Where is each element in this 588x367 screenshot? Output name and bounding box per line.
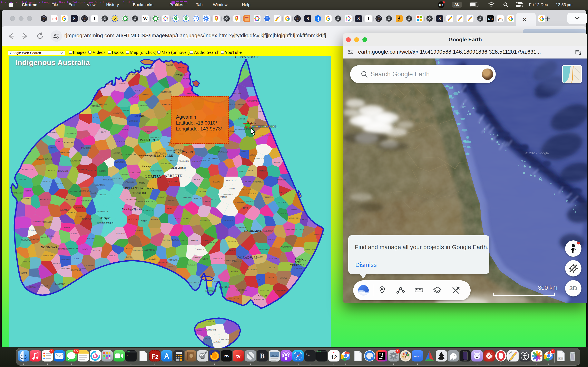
svg-text:Yuendumu: Yuendumu bbox=[138, 154, 150, 157]
svg-text:Papunya: Papunya bbox=[142, 165, 151, 168]
svg-text:NGADJANYA: NGADJANYA bbox=[179, 160, 189, 162]
svg-text:MANMUR: MANMUR bbox=[149, 258, 157, 260]
svg-text:MURYAN: MURYAN bbox=[268, 239, 275, 240]
svg-text:WAKYIRARR: WAKYIRARR bbox=[229, 298, 239, 300]
svg-text:GUNYOL: GUNYOL bbox=[68, 211, 75, 213]
svg-text:exec: exec bbox=[127, 351, 130, 352]
svg-text:DHAWALNGU: DHAWALNGU bbox=[219, 286, 230, 288]
svg-text:NGAYANPAL: NGAYANPAL bbox=[21, 239, 31, 241]
svg-text:WONKUL: WONKUL bbox=[168, 266, 175, 267]
svg-text:BILNYABUN: BILNYABUN bbox=[30, 238, 39, 240]
svg-text:BILDJAKOK: BILDJAKOK bbox=[277, 290, 286, 291]
svg-text:GUNJARNGU: GUNJARNGU bbox=[227, 240, 237, 242]
svg-text:t: t bbox=[367, 15, 370, 22]
svg-text:YOLBAR: YOLBAR bbox=[244, 181, 251, 183]
svg-text:BARWALKAL: BARWALKAL bbox=[236, 289, 247, 291]
svg-text:TJAYANMUR: TJAYANMUR bbox=[278, 213, 288, 215]
svg-text:BUNTJAMAN: BUNTJAMAN bbox=[33, 221, 43, 222]
svg-text:MURNGUPAL: MURNGUPAL bbox=[40, 198, 50, 200]
svg-text:WONWON: WONWON bbox=[53, 263, 61, 264]
svg-text:NYAPITARR: NYAPITARR bbox=[235, 202, 244, 203]
svg-text:?tv: ?tv bbox=[224, 354, 229, 358]
svg-text:YOLWARKOK: YOLWARKOK bbox=[103, 179, 114, 181]
svg-text:KULYAN: KULYAN bbox=[25, 190, 31, 192]
svg-text:ALYAWARRE: ALYAWARRE bbox=[173, 150, 194, 154]
svg-text:BILMAN: BILMAN bbox=[48, 170, 55, 171]
svg-text:MURYAN: MURYAN bbox=[280, 277, 287, 279]
svg-text:TJAKOKKUL: TJAKOKKUL bbox=[135, 200, 145, 202]
svg-text:WALWONYAN: WALWONYAN bbox=[151, 170, 162, 172]
svg-text:YANTJA: YANTJA bbox=[291, 209, 297, 211]
svg-text:Maralinga Tjarutja: Maralinga Tjarutja bbox=[122, 208, 142, 211]
svg-text:tv: tv bbox=[236, 353, 241, 359]
svg-text:Sydney: Sydney bbox=[295, 257, 303, 260]
svg-text:KOKNGUPAL: KOKNGUPAL bbox=[135, 230, 145, 231]
svg-text:(A): (A) bbox=[488, 17, 493, 21]
svg-text:NYANYA: NYANYA bbox=[170, 159, 177, 161]
svg-text:NGUDJAPAL: NGUDJAPAL bbox=[42, 180, 52, 182]
svg-text:PITGAMWON: PITGAMWON bbox=[82, 218, 92, 220]
svg-text:JARNGAWIR: JARNGAWIR bbox=[61, 268, 70, 270]
svg-text:NGANYA: NGANYA bbox=[158, 196, 165, 198]
svg-text:MURPALDHA: MURPALDHA bbox=[200, 159, 210, 161]
svg-text:DEC: DEC bbox=[332, 351, 336, 354]
svg-text:NYADJAMAL: NYADJAMAL bbox=[259, 249, 269, 251]
svg-text:JARBUN: JARBUN bbox=[49, 147, 56, 149]
svg-text:KOKBUNWAR: KOKBUNWAR bbox=[224, 259, 235, 261]
svg-text:WAKARRBUN: WAKARRBUN bbox=[125, 181, 135, 183]
svg-text:KULBILTJA: KULBILTJA bbox=[66, 199, 75, 200]
svg-text:GUNYAN: GUNYAN bbox=[125, 248, 132, 250]
svg-text:MURKARBAR: MURKARBAR bbox=[253, 181, 264, 183]
svg-text:BUNWON: BUNWON bbox=[135, 90, 142, 91]
svg-text:NYAMURKAR: NYAMURKAR bbox=[96, 103, 107, 105]
svg-text:WAKTJAWAK: WAKTJAWAK bbox=[294, 229, 304, 231]
svg-text:MALGUN: MALGUN bbox=[28, 229, 35, 231]
svg-text:KULWONWAR: KULWONWAR bbox=[70, 160, 81, 162]
svg-text:S: S bbox=[306, 16, 309, 21]
svg-text:PITJANTJATJARA: PITJANTJATJARA bbox=[125, 187, 154, 190]
svg-text:LURITJA: LURITJA bbox=[145, 175, 161, 178]
svg-text:PITWAL: PITWAL bbox=[131, 154, 137, 155]
svg-text:KULBIL: KULBIL bbox=[74, 258, 80, 260]
svg-text:ARRENTE: ARRENTE bbox=[164, 174, 182, 178]
svg-text:KOKMUR: KOKMUR bbox=[192, 161, 200, 163]
svg-text:PALBUNBIL: PALBUNBIL bbox=[112, 112, 121, 114]
svg-text:NYABARGUN: NYABARGUN bbox=[13, 192, 23, 194]
svg-text:KULNGA: KULNGA bbox=[126, 256, 132, 258]
svg-text:NYANYAYOL: NYANYAYOL bbox=[128, 218, 138, 220]
svg-text:NYADJAPAL: NYADJAPAL bbox=[61, 259, 70, 261]
svg-text:KARMURNGA: KARMURNGA bbox=[223, 194, 233, 196]
svg-text:ARRWARNGA: ARRWARNGA bbox=[144, 249, 155, 251]
svg-text:BARDHA: BARDHA bbox=[191, 240, 198, 242]
svg-text:NYAMAN: NYAMAN bbox=[36, 158, 43, 160]
svg-text:PITKARYIR: PITKARYIR bbox=[279, 192, 287, 193]
svg-text:GUNKAL: GUNKAL bbox=[79, 268, 86, 269]
svg-text:WARWIR: WARWIR bbox=[64, 227, 71, 229]
svg-text:PITKOK: PITKOK bbox=[269, 267, 275, 269]
svg-text:KOKMURMAL: KOKMURMAL bbox=[205, 290, 216, 292]
svg-text:GUNAI: GUNAI bbox=[258, 294, 267, 297]
svg-text:KULWIRYIR: KULWIRYIR bbox=[95, 184, 105, 186]
svg-text:WAKMUR: WAKMUR bbox=[56, 183, 63, 184]
svg-text:JARWIR: JARWIR bbox=[250, 154, 256, 156]
svg-text:HTML: HTML bbox=[558, 358, 563, 360]
svg-text:Alice Springs: Alice Springs bbox=[171, 166, 186, 169]
svg-text:$: $ bbox=[127, 354, 128, 357]
svg-text:DJAMALBUN: DJAMALBUN bbox=[254, 158, 264, 160]
svg-text:WIRTJA: WIRTJA bbox=[229, 188, 235, 190]
svg-text:GAMBAR: GAMBAR bbox=[207, 321, 214, 323]
svg-text:S: S bbox=[357, 16, 360, 21]
svg-text:NYAWON: NYAWON bbox=[204, 338, 211, 340]
svg-text:W: W bbox=[143, 16, 148, 21]
svg-text:ARRWAK: ARRWAK bbox=[105, 83, 112, 85]
svg-text:NYAWALJAR: NYAWALJAR bbox=[218, 151, 228, 153]
svg-text:WALBAR: WALBAR bbox=[194, 198, 201, 200]
svg-text:NGABARGUN: NGABARGUN bbox=[162, 104, 172, 105]
svg-text:MURMANBAR: MURMANBAR bbox=[205, 329, 216, 331]
svg-text:BARKARDJA: BARKARDJA bbox=[55, 283, 65, 285]
svg-text:WONMAL: WONMAL bbox=[163, 239, 171, 241]
svg-text:MALNGA: MALNGA bbox=[113, 152, 120, 154]
svg-text:PITPIT: PITPIT bbox=[243, 207, 248, 209]
svg-text:WAKPALMUR: WAKPALMUR bbox=[81, 200, 92, 202]
svg-text:KALKALARR: KALKALARR bbox=[84, 265, 95, 267]
